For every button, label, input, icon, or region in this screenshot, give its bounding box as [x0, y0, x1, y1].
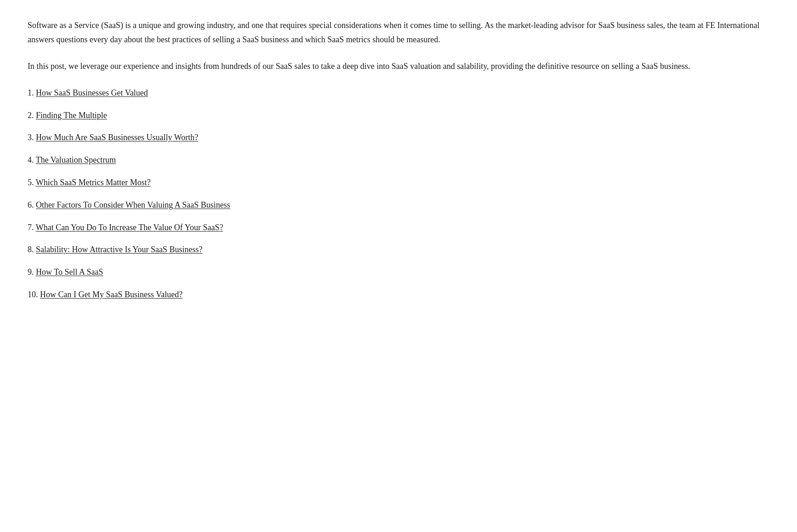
toc-link-1[interactable]: How SaaS Businesses Get Valued — [36, 88, 148, 97]
toc-link-7[interactable]: What Can You Do To Increase The Value Of… — [36, 223, 223, 232]
list-item: 10. How Can I Get My SaaS Business Value… — [28, 288, 769, 301]
toc-link-2[interactable]: Finding The Multiple — [36, 111, 107, 120]
toc-link-3[interactable]: How Much Are SaaS Businesses Usually Wor… — [36, 133, 198, 142]
list-item: 1. How SaaS Businesses Get Valued — [28, 86, 769, 100]
toc-number: 4. — [28, 155, 36, 164]
toc-number: 8. — [28, 245, 36, 254]
toc-number: 1. — [28, 88, 36, 97]
toc-link-6[interactable]: Other Factors To Consider When Valuing A… — [36, 200, 230, 209]
toc-number: 9. — [28, 267, 36, 277]
toc-link-4[interactable]: The Valuation Spectrum — [36, 155, 116, 164]
list-item: 2. Finding The Multiple — [28, 109, 769, 122]
toc-number: 7. — [28, 223, 36, 232]
table-of-contents: 1. How SaaS Businesses Get Valued2. Find… — [28, 86, 769, 301]
list-item: 9. How To Sell A SaaS — [28, 266, 769, 279]
list-item: 7. What Can You Do To Increase The Value… — [28, 221, 769, 234]
intro-paragraph-1: Software as a Service (SaaS) is a unique… — [28, 18, 769, 46]
list-item: 4. The Valuation Spectrum — [28, 153, 769, 167]
list-item: 5. Which SaaS Metrics Matter Most? — [28, 176, 769, 189]
toc-link-5[interactable]: Which SaaS Metrics Matter Most? — [36, 178, 151, 187]
toc-number: 3. — [28, 133, 36, 142]
toc-link-8[interactable]: Salability: How Attractive Is Your SaaS … — [36, 245, 203, 254]
toc-link-9[interactable]: How To Sell A SaaS — [36, 267, 103, 277]
toc-number: 2. — [28, 111, 36, 120]
list-item: 8. Salability: How Attractive Is Your Sa… — [28, 243, 769, 256]
toc-number: 10. — [28, 290, 40, 299]
toc-number: 6. — [28, 200, 36, 209]
list-item: 3. How Much Are SaaS Businesses Usually … — [28, 131, 769, 144]
list-item: 6. Other Factors To Consider When Valuin… — [28, 198, 769, 212]
intro-paragraph-2: In this post, we leverage our experience… — [28, 59, 769, 74]
toc-link-10[interactable]: How Can I Get My SaaS Business Valued? — [40, 290, 182, 299]
toc-number: 5. — [28, 178, 36, 187]
